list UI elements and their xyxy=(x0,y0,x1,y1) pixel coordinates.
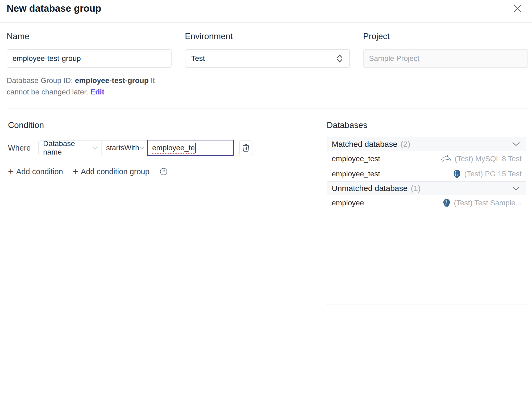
condition-factor-select[interactable]: Database name xyxy=(38,140,101,155)
close-button[interactable] xyxy=(513,4,522,13)
dialog-header: New database group xyxy=(0,0,532,23)
group-id-note: Database Group ID: employee-test-group I… xyxy=(7,75,172,98)
instance-info: (Test) MySQL 8 Test xyxy=(440,155,522,163)
postgresql-elephant-icon xyxy=(442,198,451,207)
dialog-title: New database group xyxy=(7,3,101,14)
condition-operator-select[interactable]: startsWith xyxy=(101,140,147,155)
add-condition-group-button[interactable]: + Add condition group xyxy=(73,167,149,176)
add-condition-label: Add condition xyxy=(16,167,63,176)
project-label: Project xyxy=(363,31,528,41)
group-id-note-prefix: Database Group ID: xyxy=(7,76,75,85)
chevron-down-icon xyxy=(139,146,145,150)
edit-link[interactable]: Edit xyxy=(90,88,104,96)
name-field-group: Name Database Group ID: employee-test-gr… xyxy=(7,31,172,98)
matched-database-row[interactable]: employee_test (Test) PG 15 Test xyxy=(327,166,526,181)
condition-row: Where Database name startsWith e xyxy=(8,140,253,156)
close-icon xyxy=(513,4,522,13)
add-condition-button[interactable]: + Add condition xyxy=(8,167,63,176)
updown-chevron-icon xyxy=(336,54,343,63)
text-cursor xyxy=(195,143,196,153)
instance-info: (Test) Test Sample... xyxy=(442,198,522,207)
svg-text:?: ? xyxy=(162,169,165,174)
databases-panel: Matched database (2) employee_test xyxy=(327,137,526,305)
trash-icon xyxy=(242,144,250,152)
help-circle-icon[interactable]: ? xyxy=(160,168,168,176)
environment-select[interactable]: Test xyxy=(185,49,350,68)
unmatched-database-row[interactable]: employee (Test) Test Sample... xyxy=(327,195,526,210)
matched-database-label: Matched database xyxy=(332,140,397,149)
name-input[interactable] xyxy=(7,49,172,68)
delete-condition-button[interactable] xyxy=(239,140,252,155)
unmatched-database-count: (1) xyxy=(411,184,421,193)
condition-links: + Add condition + Add condition group ? xyxy=(8,167,253,176)
condition-value-input[interactable]: employee_te xyxy=(147,140,234,156)
form-row: Name Database Group ID: employee-test-gr… xyxy=(7,31,528,98)
matched-database-count: (2) xyxy=(401,140,410,149)
condition-section: Condition Where Database name startsWith xyxy=(8,120,253,176)
chevron-down-icon xyxy=(92,146,98,150)
plus-icon: + xyxy=(8,167,14,176)
chevron-down-icon xyxy=(512,186,520,191)
group-id-value: employee-test-group xyxy=(75,76,149,85)
environment-label: Environment xyxy=(185,31,350,41)
mysql-dolphin-icon xyxy=(440,155,452,163)
environment-selected-value: Test xyxy=(191,54,205,63)
condition-heading: Condition xyxy=(8,120,253,130)
matched-database-row[interactable]: employee_test (Test) MySQL 8 Test xyxy=(327,151,526,166)
instance-label: (Test) Test Sample... xyxy=(454,199,522,207)
databases-heading: Databases xyxy=(327,120,526,130)
project-input xyxy=(363,49,528,68)
unmatched-database-label: Unmatched database xyxy=(332,184,408,193)
database-name: employee_test xyxy=(332,155,380,163)
matched-database-header[interactable]: Matched database (2) xyxy=(327,137,526,151)
new-database-group-dialog: New database group Name Database Group I… xyxy=(0,0,532,399)
database-name: employee_test xyxy=(332,170,380,178)
instance-info: (Test) PG 15 Test xyxy=(452,169,522,178)
condition-factor-value: Database name xyxy=(43,139,92,156)
chevron-down-icon xyxy=(512,142,520,146)
instance-label: (Test) PG 15 Test xyxy=(464,170,522,178)
name-label: Name xyxy=(7,31,172,41)
condition-value-text: employee_te xyxy=(152,144,195,152)
project-field-group: Project xyxy=(363,31,528,98)
environment-field-group: Environment Test xyxy=(185,31,350,98)
database-name: employee xyxy=(332,199,364,207)
plus-icon: + xyxy=(73,167,78,176)
where-label: Where xyxy=(8,144,30,152)
add-condition-group-label: Add condition group xyxy=(81,167,149,176)
condition-operator-value: startsWith xyxy=(106,144,139,152)
unmatched-database-header[interactable]: Unmatched database (1) xyxy=(327,181,526,195)
postgresql-elephant-icon xyxy=(452,169,462,178)
instance-label: (Test) MySQL 8 Test xyxy=(455,155,522,163)
databases-section: Databases Matched database (2) employee_… xyxy=(327,120,526,305)
section-divider xyxy=(7,109,528,109)
